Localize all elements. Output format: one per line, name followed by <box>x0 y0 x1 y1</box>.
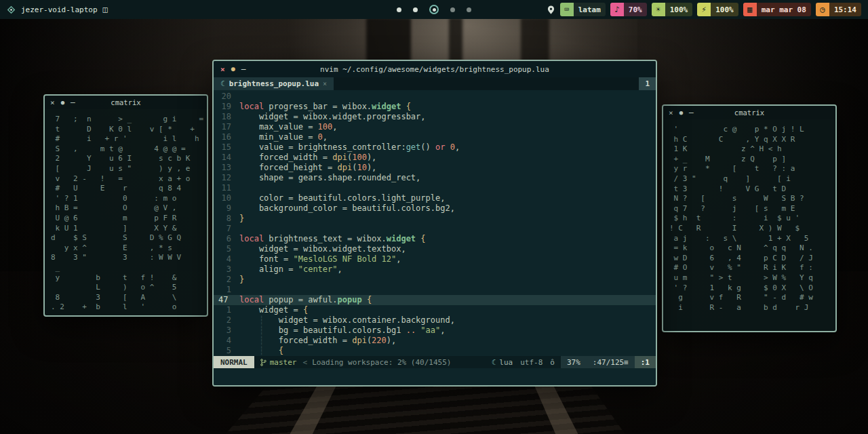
matrix-row: L ) o ^ 5 <box>51 283 201 293</box>
code-token: } <box>239 214 244 223</box>
matrix-row: S , m t @ 4 @ @ = <box>51 144 201 155</box>
minimize-icon[interactable]: ─ <box>71 99 75 106</box>
workspace-dot[interactable] <box>467 7 471 12</box>
location-pin-icon[interactable] <box>547 5 555 14</box>
buffer-count-badge[interactable]: 1 <box>639 77 656 90</box>
workspace-dot[interactable] <box>397 7 401 12</box>
code-token: "center" <box>298 264 338 274</box>
matrix-row: i R - a b d r J <box>669 303 829 313</box>
lua-file-icon: ☾ <box>492 358 496 367</box>
code-token: widget = wibox.container.background, <box>264 315 455 325</box>
lsp-progress-message: Loading workspace: 2% (40/1455) <box>312 358 451 367</box>
code-token: "aa" <box>420 326 440 335</box>
command-line-area[interactable] <box>214 368 656 385</box>
close-icon[interactable]: × <box>669 109 673 117</box>
code-text: } <box>239 275 244 285</box>
code-text: ┆ bg = beautiful.colors.bg1 .. "aa", <box>239 326 445 336</box>
cmatrix-output: 7 ; n > _ g i = t D K 0 l v [ * + # i + … <box>45 109 207 317</box>
code-line: 19local progress_bar = wibox.widget { <box>214 102 656 112</box>
line-number: 5 <box>214 244 239 254</box>
workspace-dot[interactable] <box>450 7 455 12</box>
cursor-location: :47/125≡ <box>587 356 635 368</box>
matrix-row: ' c @ p * O j ! L <box>669 125 829 135</box>
code-text: align = "center", <box>239 264 342 275</box>
code-token: { <box>303 305 308 315</box>
line-number: 6 <box>214 234 239 244</box>
volume-label: 70% <box>624 3 647 16</box>
maximize-icon[interactable]: ● <box>61 100 64 106</box>
close-icon[interactable]: × <box>220 66 225 73</box>
code-text: ┆ forced_width = dpi(220), <box>239 336 396 346</box>
code-token <box>239 315 259 325</box>
cmatrix-titlebar[interactable]: × ● ─ cmatrix <box>663 106 835 119</box>
line-number: 1 <box>214 285 239 295</box>
code-text: } <box>239 214 244 224</box>
matrix-row: 2 Y u 6 I s c b K <box>51 154 201 164</box>
code-line: 18 widget = wibox.widget.progressbar, <box>214 112 656 122</box>
matrix-row: ' ? 1 0 : m o <box>51 194 201 204</box>
code-line: 7 <box>214 224 656 234</box>
code-token: widget <box>372 102 401 111</box>
code-text: ┆ widget = wibox.container.background, <box>239 315 455 326</box>
nvim-window: × ● ─ nvim ~/.config/awesome/widgets/bri… <box>212 60 657 387</box>
nvim-titlebar[interactable]: × ● ─ nvim ~/.config/awesome/widgets/bri… <box>214 61 656 77</box>
code-token: widget = wibox.widget.progressbar, <box>239 112 426 121</box>
code-token: , <box>455 142 460 152</box>
minimize-icon[interactable]: ─ <box>241 66 246 73</box>
matrix-row: 8 3 [ A \ <box>51 293 201 303</box>
brightness-label: 100% <box>665 3 693 16</box>
code-token: , <box>440 326 445 335</box>
buffer-close-icon[interactable]: × <box>323 80 327 87</box>
clock-icon: ◷ <box>816 3 829 16</box>
matrix-row: y x ^ E , * s <box>51 243 201 254</box>
clock-widget[interactable]: ◷15:14 <box>816 3 861 16</box>
maximize-icon[interactable]: ● <box>231 66 235 73</box>
code-token: 100 <box>352 153 367 162</box>
topbar-left: jezer-void-laptop ◫ <box>7 5 108 14</box>
workspace-dot-selected[interactable] <box>429 5 439 14</box>
code-text: ┆ { <box>239 346 283 356</box>
code-line: 14 forced_width = dpi(100), <box>214 153 656 163</box>
brightness-widget[interactable]: ☀100% <box>652 3 693 16</box>
matrix-row: # i + r ' i l h <box>51 134 201 144</box>
volume-widget[interactable]: ♪70% <box>610 3 647 16</box>
code-line: 17 max_value = 100, <box>214 122 656 132</box>
minimize-icon[interactable]: ─ <box>689 109 694 117</box>
git-branch: master <box>254 358 303 367</box>
code-token <box>264 346 279 355</box>
line-number: 2 <box>214 315 239 326</box>
battery-icon: ⚡ <box>697 3 711 16</box>
clock-label: 15:14 <box>829 3 861 16</box>
code-line: 16 min_value = 0, <box>214 132 656 142</box>
code-line: 1 <box>214 285 656 295</box>
maximize-icon[interactable]: ● <box>679 110 683 116</box>
code-token: , <box>338 264 342 274</box>
matrix-row: t 3 ! V G t D <box>669 184 829 195</box>
code-token: shape = gears.shape.rounded_rect, <box>239 173 420 182</box>
keyboard-layout-widget[interactable]: ⌨latam <box>560 3 606 16</box>
workspace-dot[interactable] <box>413 7 418 12</box>
code-token: get <box>406 142 421 152</box>
code-token <box>362 295 367 304</box>
close-icon[interactable]: × <box>50 99 55 106</box>
code-editor[interactable]: 2019local progress_bar = wibox.widget {1… <box>214 90 656 356</box>
buffer-tab[interactable]: ☾ brightness_popup.lua × <box>214 77 334 90</box>
code-token: 10 <box>357 163 366 172</box>
keyboard-layout-icon: ⌨ <box>560 3 574 16</box>
line-number: 4 <box>214 336 239 346</box>
line-number: 10 <box>214 193 239 203</box>
code-token: local <box>239 102 269 111</box>
calendar-widget[interactable]: ▦mar mar 08 <box>743 3 811 16</box>
code-token: popup <box>338 295 362 304</box>
cmatrix-window-right: × ● ─ cmatrix ' c @ p * O j ! L h C C , … <box>662 104 837 332</box>
matrix-row: 1 K z ^ H < h <box>669 144 829 155</box>
code-text: forced_width = dpi(100), <box>239 153 376 163</box>
cmatrix-titlebar[interactable]: × ● ─ cmatrix <box>45 96 207 109</box>
code-text: local progress_bar = wibox.widget { <box>239 102 411 112</box>
fileformat-indicator: ô <box>550 358 555 367</box>
layout-indicator-icon[interactable]: ◫ <box>103 5 108 14</box>
matrix-row: [ J u s " ) y , e <box>51 164 201 174</box>
battery-widget[interactable]: ⚡100% <box>697 3 738 16</box>
top-bar: jezer-void-laptop ◫ ⌨latam♪70%☀100%⚡100%… <box>0 0 868 19</box>
code-line: 10 color = beautiful.colors.light_purple… <box>214 193 656 203</box>
